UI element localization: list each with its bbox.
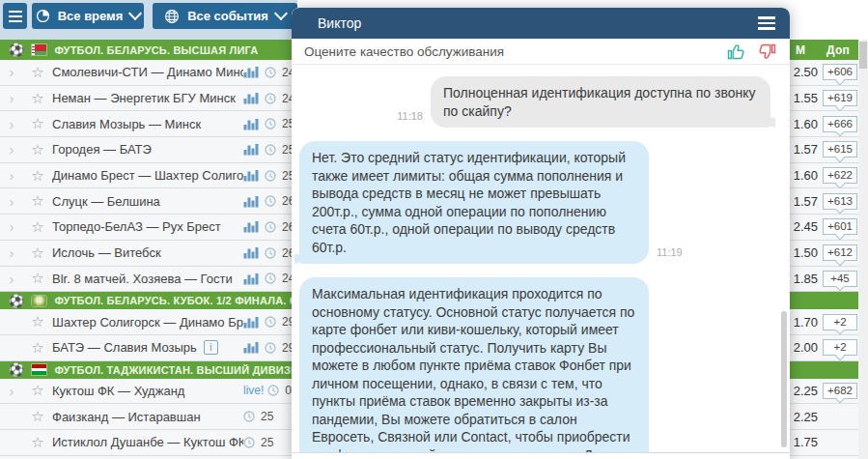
page-scrollbar-thumb[interactable] bbox=[859, 42, 867, 69]
chat-rate-bar: Оцените качество обслуживания bbox=[292, 39, 790, 65]
clock-icon bbox=[267, 385, 283, 396]
chat-input-area[interactable] bbox=[292, 452, 790, 459]
favorite-star-icon[interactable]: ☆ bbox=[23, 64, 52, 81]
globe-icon bbox=[164, 9, 180, 24]
odds-dop-button[interactable]: +601 bbox=[823, 218, 857, 235]
favorite-star-icon[interactable]: ☆ bbox=[23, 434, 52, 451]
odds-dop-button[interactable]: +2 bbox=[823, 339, 857, 356]
match-name[interactable]: Слуцк — Белшина bbox=[52, 194, 243, 209]
favorite-star-icon[interactable]: ☆ bbox=[23, 339, 52, 357]
favorite-star-icon[interactable]: ☆ bbox=[23, 382, 52, 399]
menu-button[interactable] bbox=[3, 3, 27, 29]
stats-icon[interactable] bbox=[243, 118, 265, 130]
match-name[interactable]: Blr. 8 матчей. Хозяева — Гости bbox=[52, 272, 243, 286]
stats-icon[interactable] bbox=[243, 220, 265, 233]
expand-chevron-icon[interactable]: › bbox=[0, 64, 23, 80]
odds-dop-cell: +606 bbox=[820, 64, 860, 80]
match-name[interactable]: Торпедо-БелАЗ — Рух Брест bbox=[52, 219, 243, 234]
page-scrollbar[interactable] bbox=[858, 40, 868, 459]
favorite-star-icon[interactable]: ☆ bbox=[23, 244, 52, 262]
time-filter-button[interactable]: Все время bbox=[32, 3, 144, 29]
favorite-star-icon[interactable]: ☆ bbox=[23, 141, 52, 158]
stats-icon[interactable] bbox=[243, 341, 265, 354]
odds-dop-button[interactable]: +45 bbox=[823, 271, 857, 287]
match-name[interactable]: БАТЭ — Славия Мозырьi bbox=[52, 340, 243, 355]
message-bubble: Нет. Это средний статус идентификации, к… bbox=[299, 141, 649, 264]
odds-dop-button[interactable]: +612 bbox=[823, 244, 857, 261]
tajikistan-flag-icon bbox=[32, 364, 46, 375]
match-name[interactable]: Куктош ФК — Худжанд bbox=[52, 384, 243, 398]
expand-chevron-icon[interactable]: › bbox=[0, 383, 23, 399]
match-name[interactable]: Смолевичи-СТИ — Динамо Минск bbox=[52, 65, 243, 79]
expand-chevron-icon[interactable]: › bbox=[0, 116, 23, 132]
match-name[interactable]: Славия Мозырь — Минск bbox=[52, 117, 243, 131]
match-name[interactable]: Неман — Энергетик БГУ Минск bbox=[52, 91, 243, 105]
stats-icon[interactable] bbox=[243, 92, 265, 104]
odds-dop-button[interactable]: +619 bbox=[823, 90, 857, 106]
time-filter-label: Все время bbox=[58, 9, 124, 23]
events-filter-button[interactable]: Все события bbox=[153, 3, 297, 29]
match-name[interactable]: Динамо Брест — Шахтер Солигорск bbox=[52, 168, 243, 183]
odds-dop-button[interactable]: +682 bbox=[823, 383, 857, 399]
odds-cells: 1.85+45 bbox=[782, 267, 858, 292]
favorite-star-icon[interactable]: ☆ bbox=[23, 115, 52, 132]
stats-icon[interactable] bbox=[243, 195, 265, 208]
chat-message-agent: Нет. Это средний статус идентификации, к… bbox=[299, 141, 770, 264]
chat-scrollbar-thumb[interactable] bbox=[781, 311, 787, 447]
league-title: ФУТБОЛ. ТАДЖИКИСТАН. ВЫСШИЙ ДИВИЗИОН bbox=[54, 364, 315, 376]
favorite-star-icon[interactable]: ☆ bbox=[23, 313, 52, 330]
odds-dop-button[interactable]: +666 bbox=[823, 116, 857, 132]
odds-dop-cell: +2 bbox=[820, 314, 860, 330]
chat-messages: 11:18Полноценная идентификация доступна … bbox=[292, 65, 790, 453]
expand-chevron-icon[interactable]: › bbox=[0, 244, 23, 261]
football-icon: ⚽ bbox=[9, 295, 24, 307]
favorite-star-icon[interactable]: ☆ bbox=[23, 192, 52, 210]
chat-message-agent: Максимальная идентификация проходится по… bbox=[299, 277, 770, 453]
clock-icon bbox=[265, 221, 280, 233]
favorite-star-icon[interactable]: ☆ bbox=[23, 167, 52, 185]
match-name[interactable]: Фаизканд — Истаравшан bbox=[52, 410, 243, 424]
chat-menu-icon[interactable] bbox=[758, 14, 775, 33]
stats-icon[interactable] bbox=[243, 273, 265, 285]
odds-dop-cell: +45 bbox=[820, 271, 860, 287]
belarus-flag-icon bbox=[32, 44, 46, 55]
odds-dop-button[interactable]: +622 bbox=[823, 167, 857, 184]
odds-dop-button[interactable]: +615 bbox=[823, 141, 857, 158]
favorite-star-icon[interactable]: ☆ bbox=[23, 218, 52, 236]
stats-icon[interactable] bbox=[243, 143, 265, 156]
start-time: 25 bbox=[259, 410, 290, 423]
odds-dop-button[interactable]: +606 bbox=[823, 64, 857, 80]
odds-cells: 2.25 bbox=[782, 404, 858, 429]
favorite-star-icon[interactable]: ☆ bbox=[23, 90, 52, 107]
expand-chevron-icon[interactable]: › bbox=[0, 218, 23, 235]
stats-icon[interactable] bbox=[243, 66, 265, 78]
odds-dop-button[interactable]: +613 bbox=[823, 193, 857, 210]
expand-chevron-icon[interactable]: › bbox=[0, 193, 23, 210]
chat-operator-name: Виктор bbox=[318, 15, 361, 31]
stats-icon[interactable] bbox=[243, 316, 265, 329]
clock-icon bbox=[265, 247, 280, 259]
odds-cells: 1.57+615 bbox=[782, 137, 858, 162]
match-name[interactable]: Истиклол Душанбе — Куктош ФК bbox=[52, 435, 243, 449]
expand-chevron-icon[interactable]: › bbox=[0, 90, 23, 106]
match-name[interactable]: Шахтер Солигорск — Динамо Брест bbox=[52, 315, 243, 330]
favorite-star-icon[interactable]: ☆ bbox=[23, 408, 52, 425]
stats-icon[interactable] bbox=[243, 246, 265, 259]
match-name[interactable]: Городея — БАТЭ bbox=[52, 142, 243, 157]
match-name[interactable]: Ислочь — Витебск bbox=[52, 245, 243, 260]
thumbs-up-icon[interactable] bbox=[726, 43, 745, 61]
odds-dop-button[interactable]: +2 bbox=[823, 314, 857, 330]
expand-chevron-icon[interactable]: › bbox=[0, 141, 23, 158]
odds-dop-cell: +619 bbox=[820, 90, 860, 106]
odds-cells: 2.00+2 bbox=[782, 335, 858, 360]
expand-chevron-icon[interactable]: › bbox=[0, 167, 23, 184]
chat-window: Виктор Оцените качество обслуживания 11:… bbox=[292, 8, 790, 459]
clock-icon bbox=[265, 67, 280, 78]
thumbs-down-icon[interactable] bbox=[758, 43, 777, 61]
favorite-star-icon[interactable]: ☆ bbox=[23, 270, 52, 287]
message-bubble: Максимальная идентификация проходится по… bbox=[299, 277, 649, 453]
expand-chevron-icon[interactable]: › bbox=[0, 271, 23, 287]
info-icon[interactable]: i bbox=[204, 340, 218, 355]
stats-icon[interactable] bbox=[243, 169, 265, 182]
odds-cells: 2.25+682 bbox=[782, 379, 858, 404]
